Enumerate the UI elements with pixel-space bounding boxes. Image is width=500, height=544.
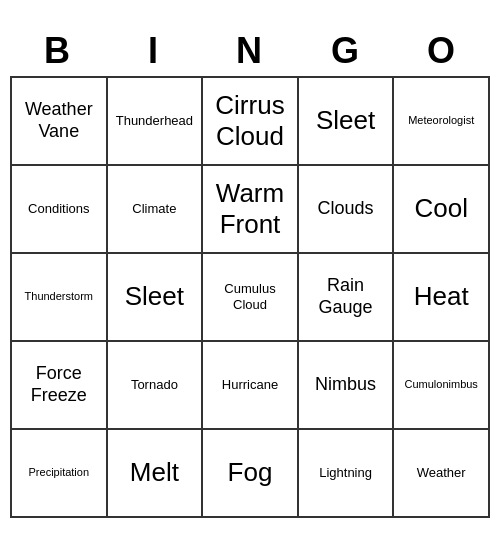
cell-text: Lightning [319,465,372,481]
cell-text: Sleet [316,105,375,136]
cell-r2-c3: Rain Gauge [299,254,395,342]
cell-text: Warm Front [207,178,293,240]
cell-text: Weather [417,465,466,481]
bingo-grid: Weather VaneThunderheadCirrus CloudSleet… [10,76,490,518]
cell-text: Cumulus Cloud [207,281,293,312]
cell-text: Climate [132,201,176,217]
cell-text: Melt [130,457,179,488]
cell-text: Tornado [131,377,178,393]
cell-text: Conditions [28,201,89,217]
cell-text: Thunderstorm [25,290,93,303]
cell-text: Force Freeze [16,363,102,406]
cell-r0-c0: Weather Vane [12,78,108,166]
cell-text: Cirrus Cloud [207,90,293,152]
cell-text: Hurricane [222,377,278,393]
cell-r0-c4: Meteorologist [394,78,490,166]
cell-r1-c0: Conditions [12,166,108,254]
cell-r3-c3: Nimbus [299,342,395,430]
cell-r3-c2: Hurricane [203,342,299,430]
cell-text: Weather Vane [16,99,102,142]
header-letter: O [394,26,490,76]
cell-text: Heat [414,281,469,312]
cell-text: Clouds [318,198,374,220]
header-letter: B [10,26,106,76]
cell-text: Cumulonimbus [405,378,478,391]
cell-r3-c1: Tornado [108,342,204,430]
cell-r2-c2: Cumulus Cloud [203,254,299,342]
cell-text: Meteorologist [408,114,474,127]
cell-r1-c3: Clouds [299,166,395,254]
cell-r4-c1: Melt [108,430,204,518]
cell-r0-c2: Cirrus Cloud [203,78,299,166]
cell-r2-c1: Sleet [108,254,204,342]
cell-r2-c0: Thunderstorm [12,254,108,342]
cell-r1-c2: Warm Front [203,166,299,254]
cell-r1-c1: Climate [108,166,204,254]
cell-text: Rain Gauge [303,275,389,318]
cell-r4-c4: Weather [394,430,490,518]
header-letter: G [298,26,394,76]
cell-r0-c1: Thunderhead [108,78,204,166]
cell-r1-c4: Cool [394,166,490,254]
header-letter: I [106,26,202,76]
cell-r4-c2: Fog [203,430,299,518]
cell-text: Thunderhead [116,113,193,129]
cell-text: Precipitation [29,466,90,479]
cell-text: Fog [228,457,273,488]
cell-r2-c4: Heat [394,254,490,342]
header-letter: N [202,26,298,76]
cell-text: Nimbus [315,374,376,396]
cell-r0-c3: Sleet [299,78,395,166]
bingo-header: BINGO [10,26,490,76]
cell-r4-c3: Lightning [299,430,395,518]
cell-r3-c4: Cumulonimbus [394,342,490,430]
cell-r4-c0: Precipitation [12,430,108,518]
bingo-card: BINGO Weather VaneThunderheadCirrus Clou… [10,26,490,518]
cell-text: Cool [414,193,467,224]
cell-r3-c0: Force Freeze [12,342,108,430]
cell-text: Sleet [125,281,184,312]
